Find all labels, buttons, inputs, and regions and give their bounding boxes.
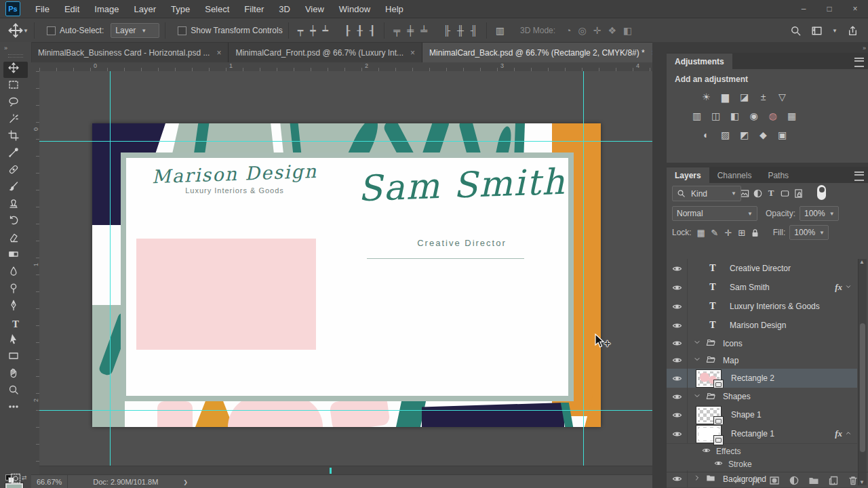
collapse-toolbar-icon[interactable]: » xyxy=(0,42,31,52)
move-tool[interactable] xyxy=(3,62,28,78)
menu-layer[interactable]: Layer xyxy=(127,1,163,17)
marquee-tool[interactable] xyxy=(3,79,28,95)
visibility-eye-icon[interactable] xyxy=(667,297,688,316)
distribute-spacing-icon[interactable]: ▥ xyxy=(492,25,508,36)
levels-icon[interactable]: ▆ xyxy=(718,91,732,103)
align-bottom-edges-icon[interactable]: ┷ xyxy=(319,25,332,36)
tab-paths[interactable]: Paths xyxy=(760,167,797,183)
align-horizontal-centers-icon[interactable]: ╂ xyxy=(353,25,366,36)
selective-color-icon[interactable]: ▣ xyxy=(775,129,789,141)
filter-toggle-switch[interactable] xyxy=(817,185,826,200)
layer-name[interactable]: Sam Smith xyxy=(730,283,770,292)
tab-close-icon[interactable]: × xyxy=(410,48,415,58)
color-lookup-icon[interactable]: ▦ xyxy=(785,110,799,122)
layer-group-icons[interactable]: Icons xyxy=(667,335,857,352)
fill-field[interactable]: 100% ▼ xyxy=(789,225,829,240)
exposure-icon[interactable]: ± xyxy=(756,91,770,103)
eyedropper-tool[interactable] xyxy=(3,146,28,163)
lasso-tool[interactable] xyxy=(3,96,28,112)
minimize-button[interactable]: – xyxy=(791,0,816,18)
menu-filter[interactable]: Filter xyxy=(237,1,271,17)
document-tab-active[interactable]: MinimalCard_Back.psd @ 66.7% (Rectangle … xyxy=(422,43,664,62)
layer-row-creative-director[interactable]: T Creative Director xyxy=(667,259,857,279)
visibility-eye-icon[interactable] xyxy=(667,352,688,369)
layer-name[interactable]: Shape 1 xyxy=(731,410,762,420)
layer-row-luxury-interiors[interactable]: T Luxury Interiors & Goods xyxy=(667,297,857,317)
align-top-edges-icon[interactable]: ┯ xyxy=(294,25,307,36)
visibility-eye-icon[interactable] xyxy=(667,335,688,352)
layer-name[interactable]: Marison Design xyxy=(730,321,786,330)
crop-tool[interactable] xyxy=(3,129,28,146)
dodge-tool[interactable] xyxy=(3,282,28,298)
layer-row-sam-smith[interactable]: T Sam Smith fx xyxy=(667,278,857,298)
layer-row-marison-design[interactable]: T Marison Design xyxy=(667,316,857,336)
layer-effects-badge[interactable]: fx xyxy=(835,282,852,293)
menu-file[interactable]: File xyxy=(28,1,56,17)
chevron-down-icon[interactable] xyxy=(693,355,703,365)
chevron-down-icon[interactable] xyxy=(693,338,703,348)
show-transform-checkbox[interactable] xyxy=(178,26,186,35)
blend-mode-dropdown[interactable]: Normal ▼ xyxy=(672,206,757,221)
visibility-eye-icon[interactable] xyxy=(714,459,723,470)
horizontal-scrollbar[interactable] xyxy=(39,466,652,475)
distribute-left-edges-icon[interactable]: ╟ xyxy=(440,25,454,36)
layer-name[interactable]: Creative Director xyxy=(730,264,791,273)
posterize-icon[interactable]: ▨ xyxy=(718,129,732,141)
pen-tool[interactable] xyxy=(3,299,28,315)
maximize-button[interactable]: □ xyxy=(816,0,842,18)
zoom-level[interactable]: 66.67% xyxy=(31,475,68,488)
visibility-eye-icon[interactable] xyxy=(667,316,688,335)
filter-adjustment-layers-icon[interactable] xyxy=(751,188,764,199)
link-layers-icon[interactable] xyxy=(732,475,743,486)
menu-3d[interactable]: 3D xyxy=(272,1,297,17)
align-left-edges-icon[interactable]: ┠ xyxy=(341,25,353,36)
visibility-eye-icon[interactable] xyxy=(667,259,688,278)
visibility-eye-icon[interactable] xyxy=(667,388,688,405)
layer-effects-badge[interactable]: fx xyxy=(835,428,852,439)
menu-select[interactable]: Select xyxy=(198,1,236,17)
color-balance-icon[interactable]: ◫ xyxy=(709,110,723,122)
chevron-up-icon[interactable] xyxy=(845,429,852,439)
visibility-eye-icon[interactable] xyxy=(667,278,688,297)
black-and-white-icon[interactable]: ◧ xyxy=(728,110,742,122)
new-adjustment-layer-icon[interactable] xyxy=(789,475,800,486)
lock-artboard-icon[interactable]: ⊞ xyxy=(735,228,749,238)
lock-pixels-icon[interactable]: ✎ xyxy=(708,228,722,238)
layer-name[interactable]: Rectangle 2 xyxy=(731,373,774,383)
add-layer-mask-icon[interactable] xyxy=(769,475,780,486)
path-selection-tool[interactable] xyxy=(3,333,28,349)
search-icon[interactable] xyxy=(790,25,802,37)
guide-vertical-right[interactable] xyxy=(583,71,584,466)
auto-select-checkbox[interactable] xyxy=(47,26,56,35)
gradient-tool[interactable] xyxy=(3,248,28,264)
chevron-down-icon[interactable] xyxy=(693,392,703,402)
visibility-eye-icon[interactable] xyxy=(667,405,688,424)
zoom-tool[interactable] xyxy=(3,384,28,400)
visibility-eye-icon[interactable] xyxy=(667,369,688,388)
panel-menu-icon[interactable] xyxy=(854,58,864,67)
distribute-top-edges-icon[interactable]: ╤ xyxy=(390,25,403,36)
status-chevron-icon[interactable]: ❯ xyxy=(183,479,188,485)
distribute-horizontal-centers-icon[interactable]: ╫ xyxy=(454,25,467,36)
workspace-switcher-icon[interactable] xyxy=(811,25,823,37)
stroke-subrow[interactable]: Stroke xyxy=(714,458,752,470)
layer-name[interactable]: Rectangle 1 xyxy=(731,429,774,439)
lock-all-icon[interactable] xyxy=(749,228,762,238)
layer-thumbnail[interactable] xyxy=(696,406,722,424)
swap-colors-icon[interactable]: ⇄ xyxy=(22,474,27,481)
menu-image[interactable]: Image xyxy=(87,1,125,17)
visibility-eye-icon[interactable] xyxy=(667,424,688,443)
document-canvas[interactable]: Marison Design Luxury Interiors & Goods … xyxy=(92,123,601,427)
distribute-vertical-centers-icon[interactable]: ╪ xyxy=(403,25,417,36)
lock-position-icon[interactable]: ✛ xyxy=(722,228,735,238)
distribute-bottom-edges-icon[interactable]: ╧ xyxy=(417,25,431,36)
layer-row-rectangle-2-selected[interactable]: Rectangle 2 xyxy=(667,369,857,388)
foreground-color-swatch[interactable] xyxy=(5,483,23,488)
layer-thumbnail[interactable] xyxy=(696,425,722,443)
hand-tool[interactable] xyxy=(3,367,28,383)
clone-stamp-tool[interactable] xyxy=(3,197,28,214)
panel-menu-icon[interactable] xyxy=(854,171,864,181)
filter-kind-dropdown[interactable]: Kind ▼ xyxy=(672,186,741,201)
layer-name[interactable]: Icons xyxy=(723,339,743,348)
menu-type[interactable]: Type xyxy=(164,1,197,17)
